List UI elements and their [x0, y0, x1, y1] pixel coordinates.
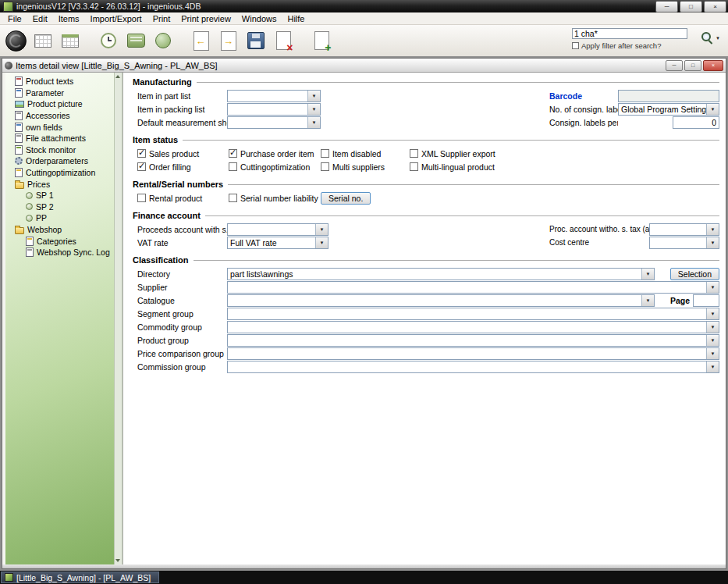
chevron-down-icon[interactable] [641, 269, 654, 280]
page-input[interactable] [693, 294, 719, 307]
clock-icon [101, 33, 116, 48]
sidebar-item-prices[interactable]: Prices [5, 178, 114, 190]
taskbar-item[interactable]: [Little_Big_S_Awning] - [PL_AW_BS] [1, 572, 159, 583]
sidebar-item-orderparameters[interactable]: Orderparameters [5, 155, 114, 167]
chevron-down-icon[interactable] [307, 104, 320, 115]
export-button[interactable] [218, 29, 240, 52]
menu-file[interactable]: File [2, 12, 27, 24]
chevron-down-icon[interactable] [706, 335, 719, 346]
history-button[interactable] [98, 29, 119, 52]
segment-group-combo[interactable] [227, 308, 719, 320]
item-in-packing-list-combo[interactable] [227, 103, 321, 116]
sidebar-item-parameter[interactable]: Parameter [5, 87, 114, 99]
commodity-group-combo[interactable] [227, 321, 719, 333]
chevron-down-icon[interactable] [706, 322, 719, 333]
new-item-button[interactable] [311, 29, 332, 52]
rental-product-checkbox[interactable] [137, 194, 146, 202]
sidebar-item-webshop[interactable]: Webshop [5, 224, 114, 236]
minimize-button[interactable]: ─ [655, 1, 678, 12]
chevron-down-icon[interactable] [307, 91, 320, 101]
detail-close-button[interactable]: × [703, 60, 723, 71]
sidebar-item-product-texts[interactable]: Product texts [5, 76, 114, 87]
selection-button[interactable]: Selection [670, 268, 719, 280]
sidebar-item-product-picture[interactable]: Product picture [5, 98, 114, 110]
sales-product-checkbox[interactable] [137, 149, 146, 158]
order-filling-checkbox[interactable] [137, 162, 146, 171]
cost-centre-label: Cost centre [549, 238, 649, 247]
catalog-button[interactable] [125, 29, 147, 52]
menu-windows[interactable]: Windows [236, 12, 282, 24]
cost-centre-combo[interactable] [649, 237, 719, 249]
multi-suppliers-checkbox[interactable] [321, 162, 329, 171]
chevron-down-icon[interactable] [315, 224, 328, 235]
serial-no-button[interactable]: Serial no. [321, 192, 371, 205]
form-view-button[interactable] [59, 29, 81, 52]
detail-maximize-button[interactable]: □ [684, 60, 701, 71]
sidebar-scrollbar[interactable] [114, 73, 123, 564]
save-icon [247, 32, 265, 49]
chevron-down-icon[interactable] [706, 361, 719, 372]
commodity-group-label: Commodity group [137, 322, 227, 332]
chevron-down-icon[interactable] [706, 308, 719, 319]
menu-print-preview[interactable]: Print preview [176, 12, 236, 24]
chevron-down-icon[interactable] [706, 282, 719, 293]
chevron-down-icon[interactable] [307, 117, 320, 128]
chevron-down-icon[interactable] [706, 104, 719, 115]
detail-minimize-button[interactable]: ─ [666, 60, 683, 71]
maximize-button[interactable]: □ [680, 1, 702, 12]
catalogue-combo[interactable] [227, 294, 655, 307]
chevron-down-icon[interactable] [315, 237, 328, 248]
menu-items[interactable]: Items [53, 12, 85, 24]
sidebar-item-cuttingoptimization[interactable]: Cuttingoptimization [5, 167, 114, 179]
purchase-order-item-checkbox[interactable] [229, 149, 237, 158]
webshop-button[interactable] [152, 29, 174, 52]
consign-per-item-input[interactable] [673, 116, 719, 129]
apply-filter-checkbox[interactable] [572, 42, 579, 49]
supplier-combo[interactable] [227, 281, 719, 294]
menu-hilfe[interactable]: Hilfe [282, 12, 310, 24]
chevron-down-icon[interactable] [706, 348, 719, 359]
sidebar-item-stock-monitor[interactable]: Stock monitor [5, 144, 114, 156]
chevron-down-icon[interactable] [706, 237, 719, 248]
delete-button[interactable] [272, 29, 294, 52]
section-finance-account: Finance account [133, 211, 719, 220]
menu-edit[interactable]: Edit [27, 12, 53, 24]
item-disabled-checkbox[interactable] [321, 149, 329, 158]
chevron-down-icon[interactable] [706, 224, 719, 235]
import-button[interactable] [190, 29, 212, 52]
price-comparison-group-combo[interactable] [227, 347, 719, 360]
sidebar-item-categories[interactable]: Categories [5, 235, 114, 247]
close-button[interactable]: × [704, 1, 726, 12]
app-logo-button[interactable] [5, 29, 27, 52]
barcode-input[interactable] [618, 90, 719, 102]
search-input[interactable] [572, 28, 687, 39]
proc-account-abroad-combo[interactable] [649, 223, 719, 236]
commission-group-combo[interactable] [227, 361, 719, 373]
barcode-label[interactable]: Barcode [549, 91, 618, 101]
xml-supplier-export-checkbox[interactable] [410, 149, 418, 158]
consign-labels-combo[interactable]: Global Program Settings [618, 103, 719, 116]
multi-lingual-product-checkbox[interactable] [410, 162, 418, 171]
sidebar-item-sp2[interactable]: SP 2 [5, 201, 114, 213]
sidebar-item-sp1[interactable]: SP 1 [5, 190, 114, 201]
sidebar-item-pp[interactable]: PP [5, 212, 114, 224]
vat-rate-combo[interactable]: Full VAT rate [227, 237, 328, 249]
sidebar-item-accessories[interactable]: Accessories [5, 110, 114, 122]
search-go-button[interactable]: ▼ [701, 32, 720, 44]
item-in-part-list-combo[interactable] [227, 90, 321, 102]
proceeds-account-combo[interactable] [227, 223, 328, 236]
sidebar-item-webshop-sync-log[interactable]: Webshop Sync. Log [5, 247, 114, 258]
chevron-down-icon[interactable] [641, 295, 654, 306]
part-list-button[interactable] [32, 29, 54, 52]
directory-combo[interactable]: part lists\awnings [227, 268, 655, 280]
save-button[interactable] [245, 29, 267, 52]
sidebar-item-file-attachments[interactable]: File attachments [5, 133, 114, 144]
cuttingoptimization-checkbox[interactable] [229, 162, 237, 171]
default-measurement-sheet-combo[interactable] [227, 116, 321, 129]
menu-print[interactable]: Print [147, 12, 176, 24]
product-group-combo[interactable] [227, 334, 719, 347]
sidebar-item-own-fields[interactable]: own fields [5, 121, 114, 133]
serial-number-liability-checkbox[interactable] [229, 194, 237, 202]
menu-import-export[interactable]: Import/Export [85, 12, 147, 24]
combo-value: Global Program Settings [619, 104, 706, 115]
